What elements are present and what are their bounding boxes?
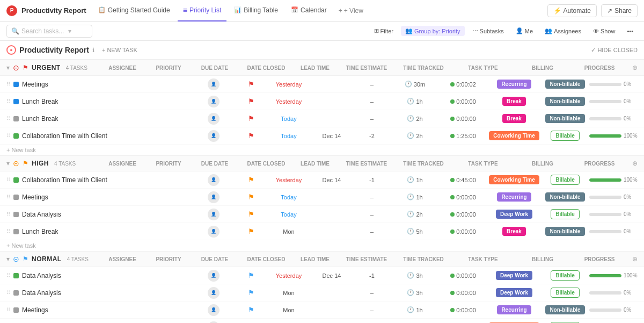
add-view-btn[interactable]: + + View	[334, 7, 368, 15]
progress-bar	[589, 230, 621, 233]
time-estimate-cell: 🕐 2h	[391, 211, 439, 218]
progress-text: 0%	[624, 116, 631, 121]
task-color-dot	[13, 99, 19, 104]
table-row[interactable]: ⠿ Meetings 👤 ⚑ Mon – 🕐 1h 0:00:00 R	[0, 302, 644, 319]
priority-cell: ⚑	[235, 97, 267, 105]
section-toggle-icon[interactable]: ▾	[6, 255, 10, 263]
time-estimate-cell: 🕐 30m	[391, 81, 439, 88]
filter-button[interactable]: ⊞ Filter	[370, 26, 398, 36]
section-toggle-icon[interactable]: ▾	[6, 64, 10, 71]
task-type-cell: Coworking Time	[487, 175, 541, 184]
more-options-button[interactable]: •••	[623, 26, 638, 36]
table-row[interactable]: ⠿ Lunch Break 👤 ⚑ Yesterday – 🕐 1h 0:00:…	[0, 93, 644, 110]
due-date-cell: Yesterday	[267, 177, 310, 183]
billing-badge: Billable	[551, 288, 580, 298]
time-tracked-cell: 0:00:00	[439, 194, 487, 200]
tab-billing-table[interactable]: 📊 Billing Table	[229, 0, 283, 21]
time-tracked-cell: 1:25:00	[439, 133, 487, 139]
assignee-cell: 👤	[192, 78, 235, 90]
add-col-icon[interactable]: ⊕	[632, 255, 638, 263]
avatar: 👤	[208, 130, 219, 142]
section-high: ▾ ⊝ ⚑ HIGH 4 TASKS ASSIGNEE PRIORITY DUE…	[0, 155, 644, 251]
task-type-cell: Recurring	[487, 80, 541, 89]
tab-calendar[interactable]: 📅 Calendar	[286, 0, 332, 21]
tab-priority-list[interactable]: ≡ Priority List	[178, 0, 227, 21]
table-row[interactable]: ⠿ Data Analysis 👤 ⚑ Today – 🕐 2h 0:00:00	[0, 206, 644, 223]
table-row[interactable]: ⠿ Collaboration Time with Client 👤 ⚑ Mon…	[0, 319, 644, 323]
billing-cell: Billable	[541, 270, 589, 281]
avatar: 👤	[208, 304, 219, 316]
task-name-cell: ⠿ Data Analysis	[6, 272, 192, 279]
due-date-cell: Yesterday	[267, 98, 310, 105]
lead-time-col-hdr: LEAD TIME	[296, 256, 334, 262]
drag-handle-icon: ⠿	[6, 194, 10, 200]
due-date-cell: Today	[267, 211, 310, 218]
add-col-icon[interactable]: ⊕	[632, 160, 638, 167]
due-date-cell: Mon	[267, 290, 310, 296]
search-box[interactable]: 🔍 Search tasks... ▾	[6, 25, 92, 38]
assignee-cell: 👤	[192, 130, 235, 142]
section-header-high: ▾ ⊝ ⚑ HIGH 4 TASKS ASSIGNEE PRIORITY DUE…	[0, 155, 644, 171]
progress-bar	[589, 291, 621, 295]
table-row[interactable]: ⠿ Lunch Break 👤 ⚑ Mon – 🕐 5h 0:00:00	[0, 223, 644, 240]
billing-cell: Billable	[541, 131, 589, 141]
add-col-icon[interactable]: ⊕	[632, 64, 638, 71]
task-color-dot	[13, 195, 19, 200]
task-type-cell: Break	[487, 227, 541, 236]
progress-bar	[589, 274, 621, 277]
task-name-cell: ⠿ Collaboration Time with Client	[6, 176, 192, 184]
table-row[interactable]: ⠿ Collaboration Time with Client 👤 ⚑ Yes…	[0, 171, 644, 189]
section-flag-icon: ⚑	[23, 160, 28, 167]
assignees-button[interactable]: 👥 Assignees	[540, 26, 586, 36]
share-button[interactable]: ↗ Share	[601, 4, 638, 17]
billing-badge: Non-billable	[545, 305, 584, 314]
subtasks-button[interactable]: ⋯ Subtasks	[468, 26, 508, 36]
priority-flag-icon: ⚑	[248, 210, 254, 218]
billing-badge: Non-billable	[545, 114, 584, 123]
show-button[interactable]: 👁 Show	[589, 26, 620, 36]
section-toggle-icon[interactable]: ▾	[6, 160, 10, 167]
hide-closed-button[interactable]: ✓ HIDE CLOSED	[591, 47, 638, 54]
automate-button[interactable]: ⚡ Automate	[547, 4, 597, 17]
table-row[interactable]: ⠿ Data Analysis 👤 ⚑ Yesterday Dec 14 -1 …	[0, 267, 644, 284]
time-estimate-cell: 🕐 5h	[391, 228, 439, 235]
section-flag-icon: ⚑	[23, 64, 28, 71]
table-row[interactable]: ⠿ Meetings 👤 ⚑ Yesterday – 🕐 30m 0:00:02	[0, 76, 644, 93]
tab-getting-started[interactable]: 📋 Getting Started Guide	[93, 0, 175, 21]
nav-right: ⚡ Automate ↗ Share	[547, 4, 638, 17]
group-by-button[interactable]: 👥 Group by: Priority	[401, 26, 465, 36]
task-type-cell: Deep Work	[487, 271, 541, 280]
due-date-cell: Yesterday	[267, 81, 310, 88]
lead-time-cell: –	[353, 194, 391, 200]
task-name: Lunch Break	[22, 98, 58, 105]
time-estimate-cell: 🕐 1h	[391, 98, 439, 105]
info-icon[interactable]: ℹ	[92, 47, 94, 54]
table-row[interactable]: ⠿ Meetings 👤 ⚑ Today – 🕐 1h 0:00:00	[0, 189, 644, 206]
progress-bar	[589, 178, 621, 182]
time-estimate-cell: 🕐 3h	[391, 289, 439, 296]
billing-cell: Non-billable	[541, 227, 589, 236]
task-name: Meetings	[22, 306, 48, 314]
lead-time-cell: –	[353, 307, 391, 313]
priority-cell: ⚑	[235, 114, 267, 123]
new-task-row[interactable]: + New task	[0, 240, 644, 251]
timer-dot	[450, 229, 455, 234]
new-task-row[interactable]: + New task	[0, 145, 644, 155]
assignee-col-hdr: ASSIGNEE	[101, 161, 144, 167]
priority-flag-icon: ⚑	[248, 80, 254, 88]
lead-time-col-hdr: LEAD TIME	[296, 65, 334, 71]
me-button[interactable]: 👤 Me	[511, 26, 537, 36]
progress-fill	[589, 134, 621, 138]
task-name: Meetings	[22, 193, 48, 201]
section-urgent: ▾ ⊝ ⚑ URGENT 4 TASKS ASSIGNEE PRIORITY D…	[0, 60, 644, 155]
section-count: 4 TASKS	[54, 161, 76, 167]
table-row[interactable]: ⠿ Collaboration Time with Client 👤 ⚑ Tod…	[0, 127, 644, 145]
table-row[interactable]: ⠿ Data Analysis 👤 ⚑ Mon – 🕐 3h 0:00:00	[0, 284, 644, 302]
time-estimate-cell: 🕐 3h	[391, 272, 439, 279]
table-row[interactable]: ⠿ Lunch Break 👤 ⚑ Today – 🕐 2h 0:00:00	[0, 110, 644, 127]
time-tracked-cell: 0:00:00	[439, 272, 487, 279]
new-task-button[interactable]: + NEW TASK	[98, 46, 142, 54]
getting-started-icon: 📋	[98, 6, 106, 13]
due-date-cell: Today	[267, 194, 310, 200]
priority-list-icon: ≡	[183, 6, 187, 15]
